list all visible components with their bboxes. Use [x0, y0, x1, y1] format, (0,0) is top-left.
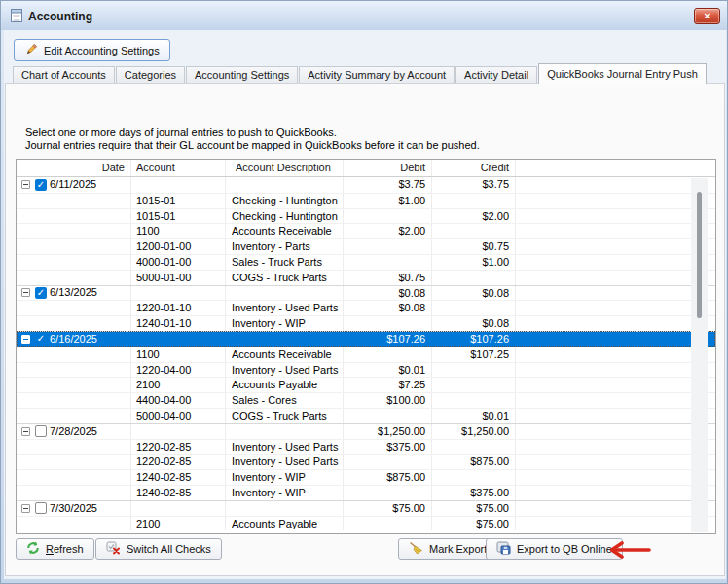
journal-entry-row[interactable]: 1100Accounts Receivable$107.25	[17, 347, 715, 362]
tab-activity-detail[interactable]: Activity Detail	[455, 66, 537, 84]
row-filler	[516, 440, 715, 455]
column-header-account[interactable]: Account	[131, 160, 226, 176]
scrollbar-thumb[interactable]	[697, 192, 702, 318]
journal-entry-row[interactable]: 4000-01-00Sales - Truck Parts$1.00	[17, 254, 715, 270]
collapse-icon[interactable]	[21, 427, 30, 436]
journal-entry-row[interactable]: 1240-02-85Inventory - WIP$375.00	[17, 485, 715, 500]
column-header-debit[interactable]: Debit	[344, 160, 432, 176]
credit-cell: $0.75	[432, 239, 516, 254]
row-filler	[516, 501, 715, 516]
journal-day-row[interactable]: 7/28/2025$1,250.00$1,250.00	[17, 423, 715, 439]
edit-accounting-settings-button[interactable]: Edit Accounting Settings	[14, 39, 170, 61]
account-cell: 4000-01-00	[131, 255, 226, 270]
journal-entry-row[interactable]: 5000-01-00COGS - Truck Parts$0.75	[17, 270, 715, 285]
description-cell: Accounts Payable	[226, 378, 344, 392]
description-cell: Inventory - WIP	[226, 486, 344, 500]
journal-entry-row[interactable]: 1015-01Checking - Huntington$1.00	[17, 193, 715, 208]
debit-cell: $2.00	[344, 224, 432, 238]
date-cell	[17, 239, 131, 254]
account-cell: 1015-01	[131, 194, 226, 208]
debit-cell: $7.25	[344, 378, 432, 392]
row-filler	[516, 286, 715, 301]
vertical-scrollbar[interactable]	[691, 178, 708, 532]
account-cell: 2100	[131, 517, 226, 531]
row-filler	[516, 255, 715, 270]
day-checkbox[interactable]	[35, 502, 47, 514]
close-button[interactable]: ×	[694, 8, 720, 24]
journal-entry-row[interactable]: 1220-01-10Inventory - Used Parts$0.08	[17, 300, 715, 315]
journal-day-row[interactable]: ✓6/11/2025$3.75$3.75	[17, 177, 715, 193]
row-filler	[516, 363, 715, 378]
row-filler	[516, 347, 715, 362]
journal-entry-row[interactable]: 1220-02-85Inventory - Used Parts$875.00	[17, 454, 715, 469]
day-date: 6/13/2025	[50, 286, 97, 301]
tab-chart-of-accounts[interactable]: Chart of Accounts	[13, 66, 115, 84]
day-checkbox[interactable]: ✓	[35, 179, 47, 191]
day-checkbox[interactable]	[35, 425, 47, 437]
credit-cell: $2.00	[432, 209, 516, 224]
journal-entry-row[interactable]: 1015-01Checking - Huntington$2.00	[17, 208, 715, 224]
collapse-icon[interactable]	[21, 335, 30, 344]
row-filler	[516, 470, 715, 485]
date-cell	[17, 440, 131, 455]
tab-accounting-settings[interactable]: Accounting Settings	[186, 66, 298, 84]
description-cell	[226, 332, 344, 347]
journal-entry-row[interactable]: 5000-04-00COGS - Truck Parts$0.01	[17, 408, 715, 423]
description-cell: Inventory - WIP	[226, 316, 344, 331]
debit-cell: $375.00	[344, 440, 432, 455]
journal-day-row[interactable]: 7/30/2025$75.00$75.00	[17, 500, 715, 516]
day-checkbox[interactable]: ✓	[35, 287, 47, 299]
debit-cell: $1.00	[344, 194, 432, 208]
debit-cell	[344, 486, 432, 500]
credit-cell: $0.08	[432, 316, 516, 331]
switch-all-checks-button[interactable]: Switch All Checks	[95, 538, 222, 560]
collapse-icon[interactable]	[21, 180, 30, 189]
collapse-icon[interactable]	[21, 504, 30, 513]
date-cell	[17, 301, 131, 315]
tab-quickbooks-journal-entry-push[interactable]: QuickBooks Journal Entry Push	[538, 63, 707, 84]
column-header-credit[interactable]: Credit	[432, 160, 516, 176]
date-cell: ✓6/16/2025	[17, 332, 131, 347]
account-cell: 1220-02-85	[131, 455, 226, 469]
refresh-label: Refresh	[46, 543, 84, 555]
account-cell: 4400-04-00	[131, 393, 226, 408]
journal-entry-row[interactable]: 1220-02-85Inventory - Used Parts$375.00	[17, 439, 715, 455]
journal-entry-row[interactable]: 4400-04-00Sales - Cores$100.00	[17, 392, 715, 408]
debit-cell: $0.08	[344, 301, 432, 315]
date-cell: ✓6/11/2025	[17, 177, 131, 193]
credit-cell: $3.75	[432, 177, 516, 193]
date-cell	[17, 224, 131, 238]
window-title: Accounting	[28, 10, 92, 23]
journal-entry-row[interactable]: 1200-01-00Inventory - Parts$0.75	[17, 238, 715, 254]
journal-entry-row[interactable]: 1240-02-85Inventory - WIP$875.00	[17, 469, 715, 485]
date-cell: 7/28/2025	[17, 424, 131, 439]
journal-day-row[interactable]: ✓6/13/2025$0.08$0.08	[17, 285, 715, 301]
collapse-icon[interactable]	[21, 288, 30, 297]
accounting-app-icon	[10, 9, 23, 26]
refresh-button[interactable]: Refresh	[16, 538, 94, 560]
description-cell: Sales - Truck Parts	[226, 255, 344, 270]
title-bar[interactable]: Accounting ×	[1, 1, 727, 30]
account-cell: 5000-04-00	[131, 409, 226, 423]
journal-entry-row[interactable]: 1220-04-00Inventory - Used Parts$0.01	[17, 362, 715, 378]
column-header-date[interactable]: Date	[17, 160, 131, 176]
day-checkbox[interactable]: ✓	[35, 333, 47, 345]
journal-day-row[interactable]: ✓6/16/2025$107.26$107.26	[17, 331, 715, 347]
debit-cell: $3.75	[344, 177, 432, 193]
debit-cell: $107.26	[344, 332, 432, 347]
journal-entry-row[interactable]: 2100Accounts Payable$7.25	[17, 377, 715, 392]
journal-entry-row[interactable]: 2100Accounts Payable$75.00	[17, 516, 715, 531]
debit-cell	[344, 517, 432, 531]
journal-entry-row[interactable]: 1100Accounts Receivable$2.00	[17, 223, 715, 238]
tab-activity-summary-by-account[interactable]: Activity Summary by Account	[299, 66, 455, 84]
date-cell: 7/30/2025	[17, 501, 131, 516]
journal-entry-row[interactable]: 1240-01-10Inventory - WIP$0.08	[17, 315, 715, 331]
description-cell	[226, 177, 344, 193]
tab-categories[interactable]: Categories	[116, 66, 185, 84]
credit-cell	[432, 393, 516, 408]
date-cell	[17, 271, 131, 285]
debit-cell	[344, 409, 432, 423]
column-header-filler	[516, 160, 715, 176]
column-header-description[interactable]: Account Description	[226, 160, 344, 176]
export-to-qb-online-button[interactable]: Export to QB Online	[486, 538, 623, 560]
